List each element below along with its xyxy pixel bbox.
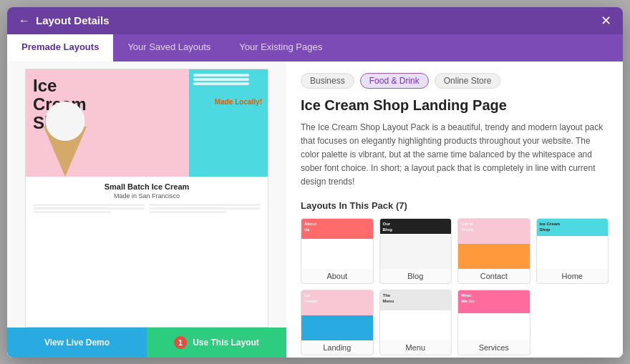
thumb-home[interactable]: Ice CreamShop Home [536, 218, 609, 284]
close-icon[interactable]: ✕ [601, 14, 611, 27]
thumb-about-label: About [326, 272, 347, 280]
tab-premade-layouts[interactable]: Premade Layouts [7, 34, 113, 62]
right-panel: Business Food & Drink Online Store Ice C… [286, 62, 623, 358]
thumb-blog-label: Blog [407, 272, 423, 280]
text-block [149, 204, 261, 206]
modal-title: Layout Details [36, 14, 110, 26]
view-demo-button[interactable]: View Live Demo [7, 328, 147, 358]
layout-title: Ice Cream Shop Landing Page [301, 97, 609, 114]
preview-col [33, 204, 145, 215]
text-block [33, 204, 145, 206]
layout-badge: 1 [174, 336, 187, 349]
thumb-blog[interactable]: OurBlog Blog [379, 218, 452, 284]
thumb-landing-img: IceCream [301, 290, 373, 340]
preview-hero: IceCreamShop Made Locally! [26, 69, 268, 177]
tab-existing-pages[interactable]: Your Existing Pages [225, 34, 336, 62]
thumb-menu-label: Menu [405, 343, 425, 352]
thumb-services[interactable]: WhatWe Do Services [457, 290, 530, 355]
preview-cols [33, 204, 261, 215]
scoop [46, 102, 85, 141]
tab-saved-layouts[interactable]: Your Saved Layouts [113, 34, 225, 62]
text-block [33, 207, 145, 210]
preview-subtitle: Small Batch Ice Cream [33, 182, 261, 191]
use-layout-button[interactable]: 1 Use This Layout [147, 328, 286, 358]
thumb-home-label: Home [562, 272, 583, 280]
preview-col [149, 204, 261, 215]
thumb-about-img: AboutUs [301, 219, 373, 269]
preview-container: IceCreamShop Made Locally! [7, 62, 286, 328]
modal-body: IceCreamShop Made Locally! [7, 62, 623, 358]
thumb-about[interactable]: AboutUs About [301, 218, 374, 284]
thumb-contact[interactable]: Get InTouch Contact [457, 218, 530, 284]
thumb-services-label: Services [479, 343, 509, 352]
tag-online-store[interactable]: Online Store [435, 73, 501, 89]
thumb-landing[interactable]: IceCream Landing [301, 290, 374, 355]
text-block [149, 207, 261, 210]
thumb-menu[interactable]: TheMenu Menu [379, 290, 452, 355]
header-left: ← Layout Details [19, 14, 110, 27]
thumb-services-img: WhatWe Do [458, 290, 530, 340]
back-icon[interactable]: ← [19, 14, 30, 27]
tab-bar: Premade Layouts Your Saved Layouts Your … [7, 34, 623, 62]
modal-header: ← Layout Details ✕ [7, 7, 623, 34]
thumb-contact-img: Get InTouch [458, 219, 530, 269]
tag-row: Business Food & Drink Online Store [301, 73, 609, 89]
preview-hero-right: Made Locally! [189, 69, 268, 177]
tag-food-drink[interactable]: Food & Drink [360, 73, 429, 89]
thumb-menu-img: TheMenu [380, 290, 452, 340]
text-block [149, 211, 227, 213]
made-locally-text: Made Locally! [215, 98, 262, 106]
left-panel-footer: View Live Demo 1 Use This Layout [7, 328, 286, 358]
addr-line [193, 82, 249, 85]
preview-content: Small Batch Ice Cream Made in San Franci… [26, 177, 268, 220]
layout-preview: IceCreamShop Made Locally! [25, 69, 268, 328]
addr-line [193, 78, 249, 81]
cone-area [26, 91, 112, 177]
addr-line [193, 74, 249, 77]
text-block [33, 211, 111, 213]
thumb-home-img: Ice CreamShop [537, 219, 609, 269]
thumbnail-grid: AboutUs About OurBlog Blog Get InTouch C… [301, 218, 609, 355]
thumb-blog-img: OurBlog [380, 219, 452, 269]
layout-description: The Ice Cream Shop Layout Pack is a beau… [301, 121, 609, 190]
thumb-landing-label: Landing [323, 343, 351, 352]
modal: ← Layout Details ✕ Premade Layouts Your … [7, 7, 623, 358]
pack-title: Layouts In This Pack (7) [301, 200, 609, 211]
preview-subsubtitle: Made in San Francisco [33, 192, 261, 200]
left-panel: IceCreamShop Made Locally! [7, 62, 286, 358]
tag-business[interactable]: Business [301, 73, 354, 89]
thumb-contact-label: Contact [480, 272, 508, 280]
